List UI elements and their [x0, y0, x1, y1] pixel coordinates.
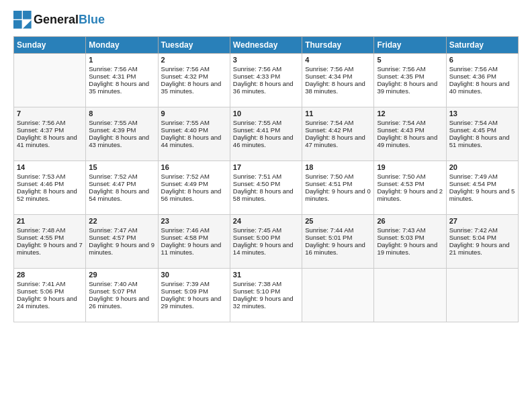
- sunset-text: Sunset: 4:34 PM: [305, 73, 371, 80]
- daylight-text: Daylight: 8 hours and 40 minutes.: [449, 80, 515, 95]
- daylight-text: Daylight: 9 hours and 11 minutes.: [161, 241, 227, 256]
- sunset-text: Sunset: 4:32 PM: [161, 73, 227, 80]
- day-number: 8: [89, 109, 154, 118]
- table-row: 3Sunrise: 7:56 AMSunset: 4:33 PMDaylight…: [230, 54, 302, 107]
- table-row: 5Sunrise: 7:56 AMSunset: 4:35 PMDaylight…: [374, 54, 446, 107]
- sunset-text: Sunset: 4:47 PM: [89, 180, 154, 187]
- sunrise-text: Sunrise: 7:44 AM: [305, 226, 371, 234]
- sunrise-text: Sunrise: 7:50 AM: [377, 173, 443, 180]
- table-row: [14, 54, 86, 107]
- sunrise-text: Sunrise: 7:51 AM: [233, 173, 299, 180]
- table-row: 6Sunrise: 7:56 AMSunset: 4:36 PMDaylight…: [446, 54, 518, 107]
- day-number: 26: [377, 217, 443, 225]
- daylight-text: Daylight: 8 hours and 56 minutes.: [161, 187, 227, 202]
- table-row: 12Sunrise: 7:54 AMSunset: 4:43 PMDayligh…: [374, 107, 446, 161]
- sunrise-text: Sunrise: 7:53 AM: [17, 173, 83, 180]
- daylight-text: Daylight: 8 hours and 43 minutes.: [89, 134, 154, 148]
- day-number: 22: [89, 217, 154, 225]
- page: GeneralBlue Sunday Monday Tuesday Wednes…: [0, 0, 532, 411]
- day-number: 11: [305, 109, 371, 118]
- header: GeneralBlue: [13, 11, 519, 30]
- day-number: 16: [161, 163, 227, 171]
- day-number: 20: [449, 163, 515, 171]
- day-number: 18: [305, 163, 371, 171]
- table-row: 17Sunrise: 7:51 AMSunset: 4:50 PMDayligh…: [230, 161, 302, 215]
- daylight-text: Daylight: 9 hours and 2 minutes.: [377, 187, 443, 202]
- week-row: 21Sunrise: 7:48 AMSunset: 4:55 PMDayligh…: [14, 215, 519, 269]
- week-row: 14Sunrise: 7:53 AMSunset: 4:46 PMDayligh…: [14, 161, 519, 215]
- calendar-table: Sunday Monday Tuesday Wednesday Thursday…: [13, 36, 519, 322]
- table-row: 9Sunrise: 7:55 AMSunset: 4:40 PMDaylight…: [158, 107, 230, 161]
- daylight-text: Daylight: 9 hours and 7 minutes.: [17, 241, 83, 256]
- sunset-text: Sunset: 4:49 PM: [161, 180, 227, 187]
- day-number: 27: [449, 217, 515, 225]
- day-number: 23: [161, 217, 227, 225]
- table-row: 18Sunrise: 7:50 AMSunset: 4:51 PMDayligh…: [302, 161, 374, 215]
- svg-rect-2: [13, 20, 22, 29]
- svg-rect-0: [13, 11, 22, 19]
- table-row: 28Sunrise: 7:41 AMSunset: 5:06 PMDayligh…: [14, 269, 86, 322]
- sunrise-text: Sunrise: 7:56 AM: [233, 65, 299, 73]
- sunrise-text: Sunrise: 7:48 AM: [17, 226, 83, 234]
- sunset-text: Sunset: 4:50 PM: [233, 180, 299, 187]
- sunset-text: Sunset: 4:42 PM: [305, 126, 371, 134]
- sunset-text: Sunset: 4:40 PM: [161, 126, 227, 134]
- day-number: 21: [17, 217, 83, 225]
- sunset-text: Sunset: 4:36 PM: [449, 73, 515, 80]
- sunrise-text: Sunrise: 7:46 AM: [161, 226, 227, 234]
- sunrise-text: Sunrise: 7:56 AM: [161, 65, 227, 73]
- sunset-text: Sunset: 4:35 PM: [377, 73, 443, 80]
- daylight-text: Daylight: 8 hours and 44 minutes.: [161, 134, 227, 148]
- sunset-text: Sunset: 5:09 PM: [161, 287, 227, 295]
- sunrise-text: Sunrise: 7:54 AM: [305, 119, 371, 126]
- sunrise-text: Sunrise: 7:42 AM: [449, 226, 515, 234]
- day-number: 10: [233, 109, 299, 118]
- table-row: 26Sunrise: 7:43 AMSunset: 5:03 PMDayligh…: [374, 215, 446, 269]
- daylight-text: Daylight: 9 hours and 16 minutes.: [305, 241, 371, 256]
- day-number: 24: [233, 217, 299, 225]
- table-row: 23Sunrise: 7:46 AMSunset: 4:58 PMDayligh…: [158, 215, 230, 269]
- sunset-text: Sunset: 4:39 PM: [89, 126, 154, 134]
- day-number: 1: [89, 56, 154, 64]
- table-row: 1Sunrise: 7:56 AMSunset: 4:31 PMDaylight…: [86, 54, 158, 107]
- daylight-text: Daylight: 8 hours and 41 minutes.: [17, 134, 83, 148]
- daylight-text: Daylight: 8 hours and 46 minutes.: [233, 134, 299, 148]
- day-number: 4: [305, 56, 371, 64]
- daylight-text: Daylight: 9 hours and 26 minutes.: [89, 295, 154, 310]
- table-row: 24Sunrise: 7:45 AMSunset: 5:00 PMDayligh…: [230, 215, 302, 269]
- sunrise-text: Sunrise: 7:52 AM: [161, 173, 227, 180]
- sunrise-text: Sunrise: 7:55 AM: [161, 119, 227, 126]
- day-number: 3: [233, 56, 299, 64]
- sunrise-text: Sunrise: 7:54 AM: [449, 119, 515, 126]
- sunset-text: Sunset: 5:01 PM: [305, 234, 371, 241]
- daylight-text: Daylight: 8 hours and 38 minutes.: [305, 80, 371, 95]
- week-row: 28Sunrise: 7:41 AMSunset: 5:06 PMDayligh…: [14, 269, 519, 322]
- table-row: 21Sunrise: 7:48 AMSunset: 4:55 PMDayligh…: [14, 215, 86, 269]
- sunset-text: Sunset: 5:00 PM: [233, 234, 299, 241]
- svg-marker-3: [23, 20, 32, 29]
- logo-icon: [13, 11, 32, 30]
- daylight-text: Daylight: 9 hours and 24 minutes.: [17, 295, 83, 310]
- day-number: 2: [161, 56, 227, 64]
- daylight-text: Daylight: 9 hours and 5 minutes.: [449, 187, 515, 202]
- table-row: 25Sunrise: 7:44 AMSunset: 5:01 PMDayligh…: [302, 215, 374, 269]
- table-row: 31Sunrise: 7:38 AMSunset: 5:10 PMDayligh…: [230, 269, 302, 322]
- logo: GeneralBlue: [13, 11, 105, 30]
- daylight-text: Daylight: 8 hours and 51 minutes.: [449, 134, 515, 148]
- day-number: 12: [377, 109, 443, 118]
- sunrise-text: Sunrise: 7:40 AM: [89, 280, 154, 287]
- day-number: 9: [161, 109, 227, 118]
- table-row: 16Sunrise: 7:52 AMSunset: 4:49 PMDayligh…: [158, 161, 230, 215]
- col-thursday: Thursday: [302, 37, 374, 54]
- col-monday: Monday: [86, 37, 158, 54]
- sunset-text: Sunset: 4:57 PM: [89, 234, 154, 241]
- sunrise-text: Sunrise: 7:56 AM: [377, 65, 443, 73]
- table-row: 27Sunrise: 7:42 AMSunset: 5:04 PMDayligh…: [446, 215, 518, 269]
- daylight-text: Daylight: 8 hours and 52 minutes.: [17, 187, 83, 202]
- sunset-text: Sunset: 4:41 PM: [233, 126, 299, 134]
- day-number: 19: [377, 163, 443, 171]
- week-row: 7Sunrise: 7:56 AMSunset: 4:37 PMDaylight…: [14, 107, 519, 161]
- daylight-text: Daylight: 8 hours and 39 minutes.: [377, 80, 443, 95]
- week-row: 1Sunrise: 7:56 AMSunset: 4:31 PMDaylight…: [14, 54, 519, 107]
- daylight-text: Daylight: 9 hours and 29 minutes.: [161, 295, 227, 310]
